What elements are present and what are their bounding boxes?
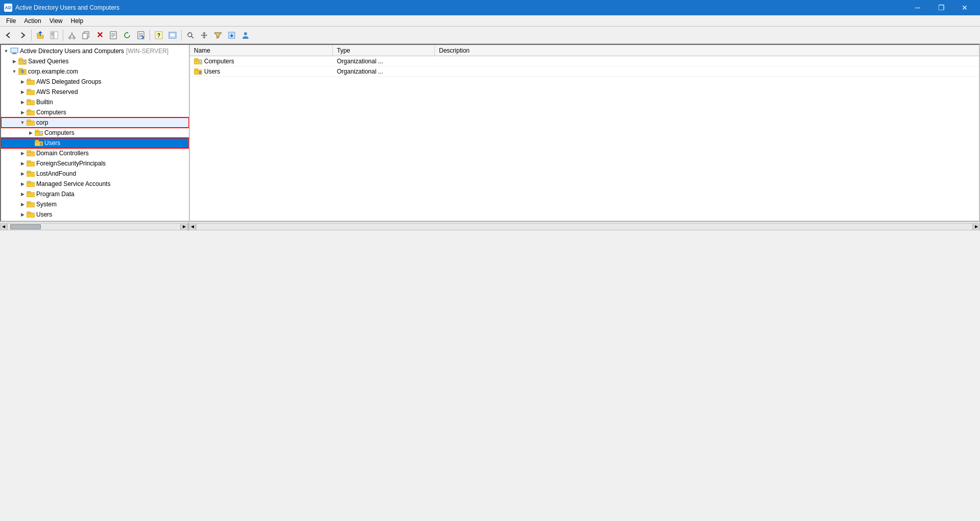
- detail-cell-computers-type: Organizational ...: [333, 57, 435, 65]
- saved-queries-icon: [18, 57, 27, 65]
- separator-3: [150, 30, 150, 41]
- aws-delegated-expand[interactable]: ▶: [18, 78, 27, 86]
- tree-item-program-data[interactable]: ▶ Program Data: [1, 189, 189, 199]
- root-expand-icon[interactable]: ▼: [2, 47, 10, 55]
- copy-button[interactable]: [79, 29, 92, 42]
- properties-button[interactable]: [107, 29, 120, 42]
- tree-item-aws-delegated[interactable]: ▶ AWS Delegated Groups: [1, 77, 189, 87]
- left-scroll-container: ◀ ▶: [0, 222, 189, 231]
- corp-computers-label: Computers: [44, 129, 75, 136]
- menu-view[interactable]: View: [45, 16, 67, 26]
- tree-item-computers-top[interactable]: ▶ Computers: [1, 107, 189, 117]
- scroll-right-arrow[interactable]: ▶: [181, 223, 188, 230]
- find-button[interactable]: [184, 29, 197, 42]
- menu-bar: File Action View Help: [0, 15, 980, 27]
- system-icon: [27, 200, 35, 208]
- system-label: System: [36, 201, 57, 208]
- svg-rect-71: [199, 60, 202, 62]
- cut-button[interactable]: [65, 29, 79, 42]
- foreign-icon: [27, 159, 35, 168]
- scroll-right-right-arrow[interactable]: ▶: [973, 223, 980, 230]
- tree-item-aws-reserved[interactable]: ▶ AWS Reserved: [1, 87, 189, 97]
- scroll-left-arrow[interactable]: ◀: [0, 223, 7, 230]
- col-header-type[interactable]: Type: [333, 45, 435, 56]
- forward-button[interactable]: [16, 29, 29, 42]
- users-expand[interactable]: ▶: [18, 210, 27, 219]
- menu-help[interactable]: Help: [67, 16, 88, 26]
- svg-rect-27: [11, 48, 18, 53]
- corp-users-expand[interactable]: [27, 139, 35, 147]
- tree-item-foreign-security[interactable]: ▶ ForeignSecurityPrincipals: [1, 158, 189, 169]
- domain-expand[interactable]: ▼: [10, 67, 18, 76]
- svg-rect-1: [37, 33, 40, 35]
- aws-reserved-icon: [27, 88, 35, 96]
- tree-item-builtin[interactable]: ▶ Builtin: [1, 97, 189, 107]
- back-button[interactable]: [2, 29, 15, 42]
- tree-item-corp[interactable]: ▼ corp: [1, 117, 189, 128]
- import-button[interactable]: [225, 29, 238, 42]
- svg-rect-36: [19, 68, 22, 70]
- svg-point-6: [69, 37, 71, 39]
- tree-item-system[interactable]: ▶ System: [1, 199, 189, 209]
- up-button[interactable]: [34, 29, 47, 42]
- col-header-description[interactable]: Description: [435, 45, 979, 56]
- right-hscrollbar[interactable]: [196, 223, 973, 230]
- filter-button[interactable]: [211, 29, 225, 42]
- help-button[interactable]: ?: [152, 29, 165, 42]
- corp-expand[interactable]: ▼: [18, 119, 27, 127]
- computers-top-expand[interactable]: ▶: [18, 108, 27, 116]
- add-user-button[interactable]: [239, 29, 252, 42]
- tree-item-saved-queries[interactable]: ▶ Saved Queries: [1, 56, 189, 66]
- col-header-name[interactable]: Name: [190, 45, 333, 56]
- builtin-expand[interactable]: ▶: [18, 98, 27, 106]
- left-hscrollbar[interactable]: [7, 223, 181, 230]
- program-expand[interactable]: ▶: [18, 190, 27, 198]
- aws-delegated-label: AWS Delegated Groups: [36, 78, 102, 85]
- svg-rect-51: [40, 132, 42, 134]
- menu-file[interactable]: File: [2, 16, 20, 26]
- dc-expand[interactable]: ▶: [18, 149, 27, 157]
- tree-pane[interactable]: ▼ Active Directory Users and Computers […: [1, 45, 190, 221]
- tree-item-corp-users[interactable]: Users: [1, 138, 189, 148]
- tree-item-lost-found[interactable]: ▶ LostAndFound: [1, 169, 189, 179]
- corp-computers-icon: [35, 129, 43, 137]
- foreign-expand[interactable]: ▶: [18, 159, 27, 168]
- show-hide-tree-button[interactable]: [47, 29, 61, 42]
- minimize-button[interactable]: ─: [906, 0, 929, 15]
- computers-top-icon: [27, 108, 35, 116]
- tree-item-domain[interactable]: ▼ corp.example.com: [1, 66, 189, 77]
- saved-queries-expand[interactable]: ▶: [10, 57, 18, 65]
- tree-root-node[interactable]: ▼ Active Directory Users and Computers […: [1, 46, 189, 56]
- close-button[interactable]: ✕: [953, 0, 976, 15]
- tree-item-users[interactable]: ▶ Users: [1, 209, 189, 220]
- tree-item-corp-computers[interactable]: ▶ Computers: [1, 128, 189, 138]
- toolbar: ✕ ?: [0, 27, 980, 44]
- managed-expand[interactable]: ▶: [18, 180, 27, 188]
- export-button[interactable]: [134, 29, 148, 42]
- left-scroll-thumb[interactable]: [10, 224, 41, 229]
- system-expand[interactable]: ▶: [18, 200, 27, 208]
- mmc-button[interactable]: [166, 29, 179, 42]
- svg-rect-60: [27, 171, 31, 173]
- aws-reserved-label: AWS Reserved: [36, 88, 78, 96]
- svg-rect-29: [12, 54, 17, 54]
- tree-item-domain-controllers[interactable]: ▶ Domain Controllers: [1, 148, 189, 158]
- detail-row-users[interactable]: Users Organizational ...: [190, 66, 979, 77]
- separator-1: [31, 30, 32, 41]
- detail-cell-computers-name: Computers: [190, 57, 333, 65]
- title-bar: AD Active Directory Users and Computers …: [0, 0, 980, 15]
- tree-item-managed-service[interactable]: ▶ Managed Service Accounts: [1, 179, 189, 189]
- svg-point-26: [244, 32, 247, 35]
- detail-row-computers[interactable]: Computers Organizational ...: [190, 56, 979, 66]
- move-button[interactable]: [198, 29, 211, 42]
- window-controls[interactable]: ─ ❐ ✕: [906, 0, 976, 15]
- refresh-button[interactable]: [120, 29, 134, 42]
- lost-expand[interactable]: ▶: [18, 170, 27, 178]
- corp-computers-expand[interactable]: ▶: [27, 129, 35, 137]
- delete-button[interactable]: ✕: [93, 29, 106, 42]
- scroll-right-left-arrow[interactable]: ◀: [189, 223, 196, 230]
- aws-reserved-expand[interactable]: ▶: [18, 88, 27, 96]
- lost-icon: [27, 170, 35, 178]
- menu-action[interactable]: Action: [20, 16, 45, 26]
- restore-button[interactable]: ❐: [930, 0, 952, 15]
